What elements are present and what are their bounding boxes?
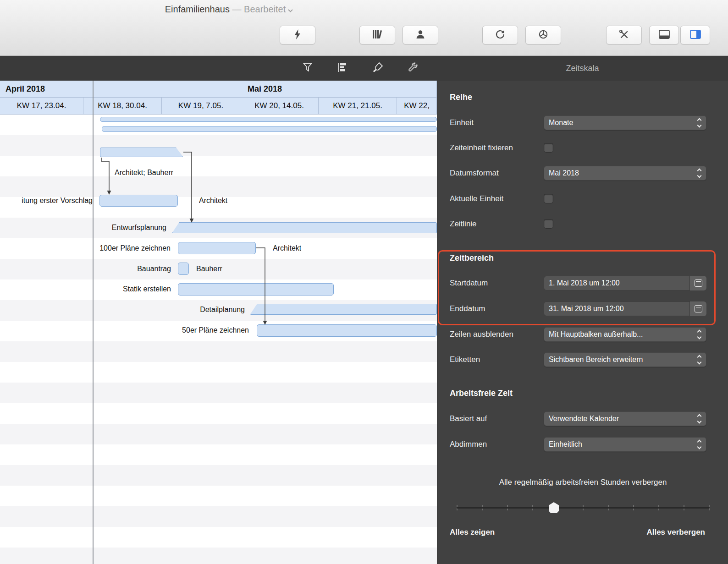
etiketten-select[interactable]: Sichtbaren Bereich erweitern — [544, 352, 706, 367]
stepper-chevrons-icon — [693, 119, 705, 127]
datumsformat-value: Mai 2018 — [544, 169, 693, 177]
section-heading-reihe: Reihe — [450, 91, 472, 104]
startdatum-field[interactable]: 1. Mai 2018 um 12:00 — [544, 276, 706, 290]
aktuelle-einheit-label: Aktuelle Einheit — [450, 192, 503, 206]
basiert-auf-select[interactable]: Verwendete Kalender — [544, 411, 706, 426]
filter-icon — [302, 61, 314, 75]
nonworking-hours-slider[interactable] — [457, 502, 710, 514]
document-state: Bearbeitet — [244, 4, 286, 14]
basiert-auf-value: Verwendete Kalender — [544, 415, 693, 423]
task-label-100er: 100er Pläne zeichnen — [61, 244, 171, 253]
group-bar-entwurfsplanung[interactable] — [172, 222, 437, 233]
enddatum-label: Enddatum — [450, 301, 485, 316]
zeiteinheit-fixieren-label: Zeiteinheit fixieren — [450, 141, 513, 155]
nonworking-hours-slider-label: Alle regelmäßig arbeitsfreien Stunden ve… — [437, 476, 728, 488]
inspector-panel: Reihe Einheit Monate Zeiteinheit fixiere… — [437, 81, 728, 564]
week-header[interactable]: KW 21, 21.05. — [319, 98, 397, 115]
abdimmen-select[interactable]: Einheitlich — [544, 437, 706, 452]
startdatum-label: Startdatum — [450, 276, 488, 290]
datumsformat-select[interactable]: Mai 2018 — [544, 166, 706, 181]
enddatum-field[interactable]: 31. Mai 2018 um 12:00 — [544, 301, 706, 316]
zeilen-ausblenden-select[interactable]: Mit Hauptbalken außerhalb... — [544, 327, 706, 342]
wrench-icon — [407, 61, 419, 75]
month-header-april[interactable]: April 2018 — [0, 81, 93, 98]
style-button[interactable] — [367, 56, 388, 81]
startdatum-value: 1. Mai 2018 um 12:00 — [544, 276, 689, 290]
task-bar-vorschlag[interactable] — [99, 195, 178, 207]
gantt-body: Architekt; Bauherr itung erster Vorschla… — [0, 115, 437, 564]
sync-icon — [495, 29, 506, 42]
library-button[interactable] — [359, 26, 395, 44]
network-button[interactable] — [525, 26, 561, 44]
resources-button[interactable] — [403, 26, 438, 44]
dependency-arrows — [0, 115, 437, 564]
filter-button[interactable] — [297, 56, 318, 81]
enddatum-value: 31. Mai 2018 um 12:00 — [544, 301, 689, 316]
slider-track[interactable] — [457, 507, 710, 509]
task-bar-bauantrag[interactable] — [178, 263, 189, 275]
hide-all-button[interactable]: Alles verbergen — [646, 526, 705, 539]
chevron-down-icon[interactable] — [287, 5, 293, 15]
task-bar-100er-plaene[interactable] — [178, 242, 256, 254]
window-titlebar: Einfamilienhaus — Bearbeitet — [0, 0, 728, 56]
document-title: Einfamilienhaus — [165, 4, 230, 14]
abdimmen-label: Abdimmen — [450, 437, 487, 452]
stepper-chevrons-icon — [693, 330, 705, 339]
resource-label: Bauherr — [196, 264, 222, 274]
task-label-50er: 50er Pläne zeichnen — [139, 326, 249, 335]
week-header[interactable]: KW 19, 7.05. — [162, 98, 240, 115]
window-title: Einfamilienhaus — Bearbeitet — [0, 4, 458, 15]
inspector-toggle[interactable] — [680, 26, 710, 44]
stepper-chevrons-icon — [693, 356, 705, 364]
user-icon — [415, 29, 426, 42]
settings-button[interactable] — [403, 56, 424, 81]
stepper-chevrons-icon — [693, 440, 705, 449]
section-heading-zeitbereich: Zeitbereich — [450, 252, 494, 264]
enddatum-calendar-button[interactable] — [689, 301, 706, 316]
inspector-title: Zeitskala — [437, 56, 728, 81]
week-header[interactable]: KW 22, — [397, 98, 437, 115]
resource-label: Architekt — [273, 244, 301, 253]
flash-icon — [292, 29, 303, 42]
task-bar-50er-plaene[interactable] — [257, 324, 437, 337]
app-window: Einfamilienhaus — Bearbeitet — [0, 0, 728, 564]
group-label-entwurfsplanung: Entwurfsplanung — [75, 223, 166, 232]
etiketten-value: Sichtbaren Bereich erweitern — [544, 356, 693, 364]
flash-button[interactable] — [280, 26, 315, 44]
tools-button[interactable] — [606, 26, 642, 44]
phase-summary-bar[interactable] — [102, 126, 437, 132]
resource-label: Architekt; Bauherr — [115, 168, 173, 177]
group-bar-vorprojekt[interactable] — [100, 148, 183, 157]
gantt-chart: April 2018 Mai 2018 KW 17, 23.04. KW 18,… — [0, 81, 437, 564]
stepper-chevrons-icon — [693, 169, 705, 177]
month-header-mai[interactable]: Mai 2018 — [93, 81, 437, 98]
brush-icon — [372, 61, 384, 75]
week-header[interactable]: KW 20, 14.05. — [240, 98, 319, 115]
sync-button[interactable] — [482, 26, 518, 44]
zeitlinie-checkbox[interactable] — [544, 219, 553, 229]
wheel-icon — [538, 29, 549, 42]
outline-button[interactable] — [332, 56, 353, 81]
startdatum-calendar-button[interactable] — [689, 276, 706, 290]
einheit-select[interactable]: Monate — [544, 115, 706, 130]
right-panel-icon — [689, 29, 701, 41]
group-label-detailplanung: Detailplanung — [181, 305, 245, 314]
month-boundary-line — [93, 81, 94, 564]
etiketten-label: Etiketten — [450, 352, 480, 367]
week-header[interactable]: KW 17, 23.04. — [0, 98, 83, 115]
tools-icon — [618, 29, 629, 42]
task-bar-statik[interactable] — [178, 283, 334, 296]
resource-label: Architekt — [199, 196, 227, 205]
zeilen-ausblenden-value: Mit Hauptbalken außerhalb... — [544, 330, 693, 339]
aktuelle-einheit-checkbox[interactable] — [544, 194, 553, 203]
slider-thumb[interactable] — [549, 502, 559, 513]
zeiteinheit-fixieren-checkbox[interactable] — [544, 143, 553, 153]
group-bar-detailplanung[interactable] — [250, 304, 437, 315]
show-all-button[interactable]: Alles zeigen — [450, 526, 495, 539]
week-header[interactable]: KW 18, 30.04. — [83, 98, 162, 115]
bottom-panel-toggle[interactable] — [649, 26, 679, 44]
project-summary-bar[interactable] — [100, 117, 437, 122]
task-label-statik: Statik erstellen — [98, 285, 171, 294]
calendar-icon — [695, 279, 702, 287]
library-icon — [371, 29, 383, 42]
